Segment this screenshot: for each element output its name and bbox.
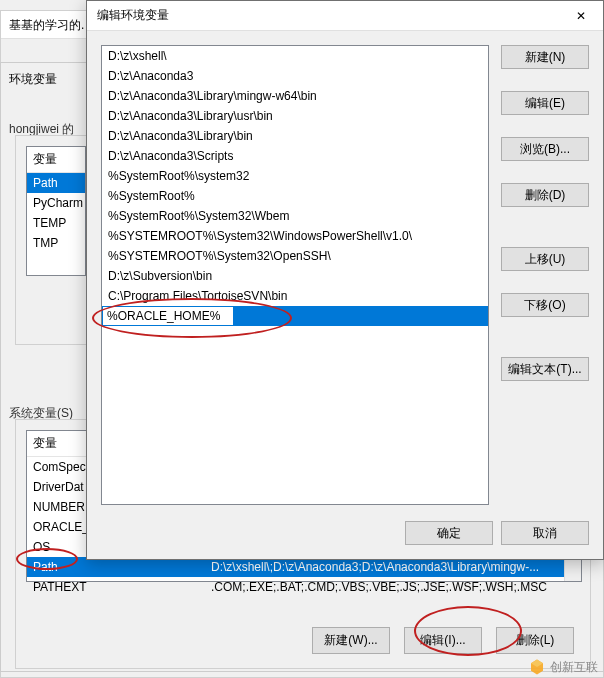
- edittext-button[interactable]: 编辑文本(T)...: [501, 357, 589, 381]
- env-vars-title: 环境变量: [9, 71, 57, 88]
- ok-button[interactable]: 确定: [405, 521, 493, 545]
- browse-button[interactable]: 浏览(B)...: [501, 137, 589, 161]
- delete-button[interactable]: 删除(D): [501, 183, 589, 207]
- edit-button[interactable]: 编辑(E): [501, 91, 589, 115]
- system-edit-button[interactable]: 编辑(I)...: [404, 627, 482, 654]
- modal-title: 编辑环境变量: [97, 7, 558, 24]
- path-edit-input[interactable]: %ORACLE_HOME%: [102, 306, 234, 326]
- path-item[interactable]: %SystemRoot%\System32\Wbem: [102, 206, 488, 226]
- user-var-row[interactable]: TEMP: [27, 213, 85, 233]
- user-vars-list[interactable]: 变量 Path PyCharm TEMP TMP: [26, 146, 86, 276]
- movedown-button[interactable]: 下移(O): [501, 293, 589, 317]
- new-button[interactable]: 新建(N): [501, 45, 589, 69]
- modal-titlebar[interactable]: 编辑环境变量 ✕: [87, 1, 603, 31]
- path-item[interactable]: %SYSTEMROOT%\System32\OpenSSH\: [102, 246, 488, 266]
- path-item[interactable]: D:\z\Anaconda3\Library\mingw-w64\bin: [102, 86, 488, 106]
- path-item[interactable]: D:\z\xshell\: [102, 46, 488, 66]
- system-var-row-path[interactable]: PathD:\z\xshell\;D:\z\Anaconda3;D:\z\Ana…: [27, 557, 581, 577]
- path-item[interactable]: D:\z\Anaconda3\Library\usr\bin: [102, 106, 488, 126]
- path-item-editing[interactable]: %ORACLE_HOME%: [102, 306, 488, 326]
- system-new-button[interactable]: 新建(W)...: [312, 627, 390, 654]
- user-var-row[interactable]: Path: [27, 173, 85, 193]
- user-var-row[interactable]: PyCharm: [27, 193, 85, 213]
- path-item[interactable]: %SystemRoot%: [102, 186, 488, 206]
- edit-env-var-dialog: 编辑环境变量 ✕ D:\z\xshell\ D:\z\Anaconda3 D:\…: [86, 0, 604, 560]
- system-delete-button[interactable]: 删除(L): [496, 627, 574, 654]
- close-button[interactable]: ✕: [558, 1, 603, 31]
- watermark-text: 创新互联: [550, 659, 598, 676]
- path-item[interactable]: D:\z\Subversion\bin: [102, 266, 488, 286]
- path-item[interactable]: D:\z\Anaconda3\Library\bin: [102, 126, 488, 146]
- path-item[interactable]: D:\z\Anaconda3: [102, 66, 488, 86]
- path-list[interactable]: D:\z\xshell\ D:\z\Anaconda3 D:\z\Anacond…: [101, 45, 489, 505]
- user-var-row[interactable]: TMP: [27, 233, 85, 253]
- watermark: 创新互联: [528, 658, 598, 676]
- path-item[interactable]: D:\z\Anaconda3\Scripts: [102, 146, 488, 166]
- path-item[interactable]: %SYSTEMROOT%\System32\WindowsPowerShell\…: [102, 226, 488, 246]
- system-var-row[interactable]: PATHEXT.COM;.EXE;.BAT;.CMD;.VBS;.VBE;.JS…: [27, 577, 581, 597]
- watermark-icon: [528, 658, 546, 676]
- user-vars-col-variable[interactable]: 变量: [27, 147, 85, 173]
- moveup-button[interactable]: 上移(U): [501, 247, 589, 271]
- cancel-button[interactable]: 取消: [501, 521, 589, 545]
- path-item[interactable]: C:\Program Files\TortoiseSVN\bin: [102, 286, 488, 306]
- close-icon: ✕: [576, 9, 586, 23]
- path-item[interactable]: %SystemRoot%\system32: [102, 166, 488, 186]
